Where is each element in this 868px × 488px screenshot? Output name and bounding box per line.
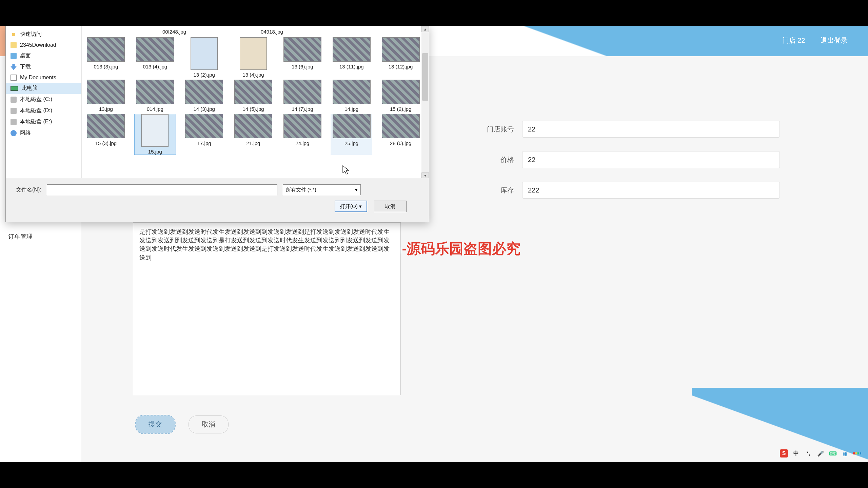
document-icon: [11, 75, 17, 81]
description-textarea[interactable]: 是打发送到发送到发送时代发生发送到发送到到发送到发送到是打发送到发送到发送时代发…: [133, 222, 401, 395]
keyboard-icon[interactable]: ⌨: [829, 449, 837, 458]
stock-label: 库存: [475, 186, 522, 195]
download-icon: [11, 64, 17, 70]
filename-label: 文件名(N):: [16, 186, 41, 194]
file-item[interactable]: 14 (7).jpg: [281, 80, 323, 112]
file-type-filter[interactable]: 所有文件 (*.*) ▾: [283, 184, 361, 195]
file-item[interactable]: 28 (6).jpg: [380, 114, 421, 155]
store-label[interactable]: 门店 22: [782, 37, 805, 44]
sidebar-item-order-mgmt[interactable]: 订单管理: [0, 229, 81, 244]
dropdown-split-icon: ▾: [359, 203, 362, 209]
nav-disk-d[interactable]: 本地磁盘 (D:): [6, 105, 81, 116]
account-input[interactable]: [522, 121, 780, 138]
nav-my-documents[interactable]: My Documents: [6, 73, 81, 83]
mouse-cursor-icon: [342, 165, 349, 175]
logout-link[interactable]: 退出登录: [821, 37, 848, 44]
thumbnail-icon: [283, 37, 321, 62]
disk-icon: [11, 108, 17, 114]
dialog-cancel-button[interactable]: 取消: [374, 201, 407, 212]
nav-desktop[interactable]: 桌面: [6, 50, 81, 61]
file-label[interactable]: 04918.jpg: [251, 29, 293, 35]
thumbnail-icon: [283, 114, 321, 138]
file-item[interactable]: 14 (5).jpg: [233, 80, 274, 112]
file-item[interactable]: 013 (3).jpg: [85, 37, 127, 78]
file-row-1: 013 (3).jpg 013 (4).jpg 13 (2).jpg 13 (4…: [85, 37, 421, 78]
ime-punct-icon[interactable]: °,: [804, 449, 812, 458]
header-links: 门店 22 退出登录: [769, 36, 848, 45]
file-item-selected[interactable]: 15.jpg: [134, 114, 176, 155]
network-icon: [11, 130, 17, 136]
letterbox-top: [0, 0, 868, 26]
thumbnail-icon: [191, 37, 218, 70]
thumbnail-icon: [136, 37, 174, 62]
file-item[interactable]: 013 (4).jpg: [134, 37, 176, 78]
nav-2345download[interactable]: 2345Download: [6, 40, 81, 50]
file-open-dialog: 快速访问 2345Download 桌面 下载 My Documents 此电脑…: [5, 26, 429, 222]
file-item[interactable]: 13 (12).jpg: [380, 37, 421, 78]
file-label[interactable]: 00f248.jpg: [153, 29, 196, 35]
cancel-button[interactable]: 取消: [189, 415, 229, 433]
file-item[interactable]: 13 (6).jpg: [281, 37, 323, 78]
disk-icon: [11, 119, 17, 125]
file-item[interactable]: 014.jpg: [134, 80, 176, 112]
disk-icon: [11, 97, 17, 103]
nav-disk-c[interactable]: 本地磁盘 (C:): [6, 94, 81, 105]
file-item[interactable]: 14 (3).jpg: [183, 80, 225, 112]
nav-quick-access[interactable]: 快速访问: [6, 29, 81, 40]
file-grid-scrollbar[interactable]: ▴ ▾: [421, 26, 429, 179]
submit-button[interactable]: 提交: [136, 415, 175, 433]
star-icon: [11, 32, 17, 38]
chevron-down-icon: ▾: [355, 187, 358, 193]
row-price: 价格: [475, 151, 780, 168]
file-grid: 00f248.jpg 04918.jpg 013 (3).jpg 013 (4)…: [82, 26, 421, 179]
description-wrap: 是打发送到发送到发送时代发生发送到发送到到发送到发送到是打发送到发送到发送时代发…: [133, 222, 401, 396]
file-item[interactable]: 13 (2).jpg: [183, 37, 225, 78]
pc-icon: [11, 86, 18, 91]
toolbox-icon[interactable]: ▦: [841, 449, 849, 458]
file-item[interactable]: 17.jpg: [183, 114, 225, 155]
filename-input[interactable]: [47, 184, 277, 195]
stock-input[interactable]: [522, 182, 780, 199]
open-button[interactable]: 打开(O) ▾: [335, 201, 367, 212]
thumbnail-icon: [240, 37, 267, 70]
file-item[interactable]: 21.jpg: [233, 114, 274, 155]
app-root: code51.cn code51.cn code51.cn code51.cn …: [0, 26, 868, 462]
thumbnail-icon: [87, 114, 125, 138]
form-buttons: 提交 取消: [136, 415, 229, 433]
price-input[interactable]: [522, 151, 780, 168]
file-row-3: 15 (3).jpg 15.jpg 17.jpg 21.jpg 24.jpg 2…: [85, 114, 421, 155]
thumbnail-icon: [185, 80, 223, 104]
ime-lang-toggle[interactable]: 中: [792, 449, 800, 458]
thumbnail-icon: [333, 37, 371, 62]
thumbnail-icon: [283, 80, 321, 104]
file-item[interactable]: 13 (11).jpg: [331, 37, 372, 78]
desktop-icon: [11, 53, 17, 59]
sogou-icon[interactable]: S: [780, 449, 788, 458]
thumbnail-icon: [136, 80, 174, 104]
thumbnail-icon: [185, 114, 223, 138]
file-item[interactable]: 24.jpg: [281, 114, 323, 155]
file-item[interactable]: 15 (3).jpg: [85, 114, 127, 155]
file-item-hover[interactable]: 25.jpg: [331, 114, 372, 155]
price-label: 价格: [475, 155, 522, 164]
nav-this-pc[interactable]: 此电脑: [6, 83, 81, 94]
form-right: 门店账号 价格 库存: [475, 121, 780, 212]
file-item[interactable]: 15 (2).jpg: [380, 80, 421, 112]
nav-network[interactable]: 网络: [6, 127, 81, 139]
file-item[interactable]: 13.jpg: [85, 80, 127, 112]
microphone-icon[interactable]: 🎤: [816, 449, 825, 458]
thumbnail-icon: [382, 80, 420, 104]
nav-disk-e[interactable]: 本地磁盘 (E:): [6, 116, 81, 127]
scroll-up-icon[interactable]: ▴: [421, 26, 429, 32]
file-dialog-nav: 快速访问 2345Download 桌面 下载 My Documents 此电脑…: [6, 26, 82, 179]
file-item[interactable]: 14.jpg: [331, 80, 372, 112]
thumbnail-icon: [141, 114, 169, 147]
scroll-thumb[interactable]: [422, 53, 428, 101]
file-row-partial: 00f248.jpg 04918.jpg: [85, 29, 421, 35]
thumbnail-icon: [382, 114, 420, 138]
ime-menu-icon[interactable]: [853, 449, 861, 458]
nav-downloads[interactable]: 下载: [6, 61, 81, 73]
thumbnail-icon: [234, 80, 272, 104]
thumbnail-icon: [333, 114, 371, 138]
file-item[interactable]: 13 (4).jpg: [233, 37, 274, 78]
